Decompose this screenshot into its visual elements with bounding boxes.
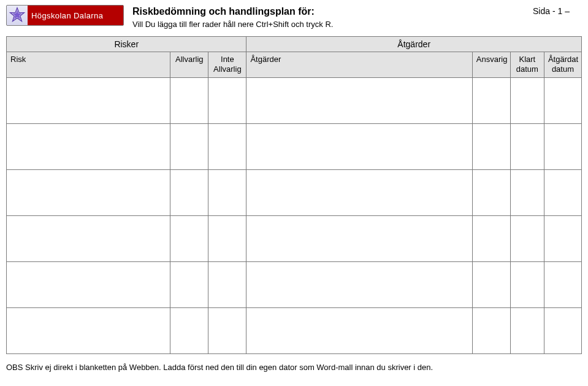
star-icon xyxy=(7,6,28,25)
cell-risk[interactable] xyxy=(7,307,170,353)
table-row xyxy=(7,123,582,169)
cell-klart[interactable] xyxy=(510,215,544,261)
table-row xyxy=(7,169,582,215)
cell-atgarder[interactable] xyxy=(246,307,472,353)
cell-klart[interactable] xyxy=(510,169,544,215)
cell-inte_allvarlig[interactable] xyxy=(208,123,246,169)
cell-atgardat[interactable] xyxy=(544,77,581,123)
logo-text: Högskolan Dalarna xyxy=(28,6,123,25)
cell-ansvarig[interactable] xyxy=(472,77,510,123)
group-header-risker: Risker xyxy=(7,37,246,52)
table-row xyxy=(7,307,582,353)
cell-allvarlig[interactable] xyxy=(170,169,208,215)
column-header-row: Risk Allvarlig Inte Allvarlig Åtgärder A… xyxy=(7,52,582,78)
risk-table: Risker Åtgärder Risk Allvarlig Inte Allv… xyxy=(6,36,582,354)
cell-risk[interactable] xyxy=(7,123,170,169)
cell-atgardat[interactable] xyxy=(544,307,581,353)
col-header-risk: Risk xyxy=(7,52,170,78)
cell-klart[interactable] xyxy=(510,123,544,169)
cell-risk[interactable] xyxy=(7,77,170,123)
cell-atgardat[interactable] xyxy=(544,169,581,215)
cell-atgarder[interactable] xyxy=(246,261,472,307)
cell-risk[interactable] xyxy=(7,261,170,307)
cell-ansvarig[interactable] xyxy=(472,307,510,353)
instruction-text: Vill Du lägga till fler rader håll nere … xyxy=(132,20,524,29)
cell-atgarder[interactable] xyxy=(246,123,472,169)
cell-ansvarig[interactable] xyxy=(472,123,510,169)
document-title: Riskbedömning och handlingsplan för: xyxy=(132,6,524,17)
table-row xyxy=(7,261,582,307)
col-header-inte-line2: Allvarlig xyxy=(213,64,242,74)
cell-inte_allvarlig[interactable] xyxy=(208,261,246,307)
footer-note: OBS Skriv ej direkt i blanketten på Webb… xyxy=(6,363,582,372)
group-header-atgarder: Åtgärder xyxy=(246,37,582,52)
cell-risk[interactable] xyxy=(7,169,170,215)
cell-ansvarig[interactable] xyxy=(472,215,510,261)
col-header-inte-line1: Inte xyxy=(221,55,234,64)
top-row: Högskolan Dalarna Riskbedömning och hand… xyxy=(6,5,582,30)
title-block: Riskbedömning och handlingsplan för: Vil… xyxy=(132,5,524,30)
page-number: Sida - 1 – xyxy=(533,5,582,16)
cell-allvarlig[interactable] xyxy=(170,261,208,307)
cell-inte_allvarlig[interactable] xyxy=(208,77,246,123)
cell-atgarder[interactable] xyxy=(246,169,472,215)
cell-atgardat[interactable] xyxy=(544,123,581,169)
col-header-atgardat-line1: Åtgärdat xyxy=(548,55,578,64)
cell-ansvarig[interactable] xyxy=(472,261,510,307)
page: Högskolan Dalarna Riskbedömning och hand… xyxy=(0,0,588,378)
col-header-klart: Klart datum xyxy=(510,52,544,78)
cell-inte_allvarlig[interactable] xyxy=(208,215,246,261)
cell-ansvarig[interactable] xyxy=(472,169,510,215)
cell-inte_allvarlig[interactable] xyxy=(208,169,246,215)
col-header-atgardat: Åtgärdat datum xyxy=(544,52,581,78)
cell-atgardat[interactable] xyxy=(544,215,581,261)
col-header-allvarlig: Allvarlig xyxy=(170,52,208,78)
col-header-klart-line1: Klart xyxy=(519,55,536,64)
cell-inte_allvarlig[interactable] xyxy=(208,307,246,353)
col-header-atgardat-line2: datum xyxy=(552,64,574,74)
cell-atgarder[interactable] xyxy=(246,77,472,123)
table-row xyxy=(7,77,582,123)
cell-risk[interactable] xyxy=(7,215,170,261)
col-header-ansvarig: Ansvarig xyxy=(472,52,510,78)
col-header-atgarder: Åtgärder xyxy=(246,52,472,78)
logo: Högskolan Dalarna xyxy=(6,5,124,26)
cell-allvarlig[interactable] xyxy=(170,215,208,261)
cell-allvarlig[interactable] xyxy=(170,77,208,123)
cell-klart[interactable] xyxy=(510,77,544,123)
col-header-klart-line2: datum xyxy=(516,64,538,74)
cell-allvarlig[interactable] xyxy=(170,307,208,353)
cell-allvarlig[interactable] xyxy=(170,123,208,169)
col-header-inte-allvarlig: Inte Allvarlig xyxy=(208,52,246,78)
cell-atgardat[interactable] xyxy=(544,261,581,307)
cell-atgarder[interactable] xyxy=(246,215,472,261)
cell-klart[interactable] xyxy=(510,307,544,353)
group-header-row: Risker Åtgärder xyxy=(7,37,582,52)
cell-klart[interactable] xyxy=(510,261,544,307)
table-row xyxy=(7,215,582,261)
